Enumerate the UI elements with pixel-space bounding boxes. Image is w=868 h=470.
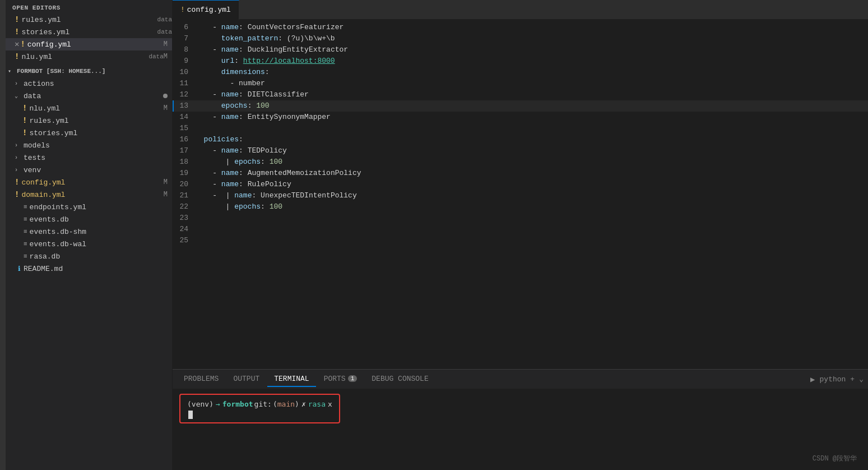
code-line-6: 6 - name: CountVectorsFeaturizer bbox=[173, 22, 868, 33]
close-icon[interactable]: ✕ bbox=[15, 40, 19, 48]
terminal-tab-bar: PROBLEMS OUTPUT TERMINAL PORTS 1 DEBUG C… bbox=[173, 370, 868, 389]
code-line-25: 25 bbox=[173, 235, 868, 246]
terminal-right-controls: ▶ python + ⌄ bbox=[810, 375, 864, 384]
terminal-body[interactable]: (venv) → formbot git: ( main ) ✗ rasa x bbox=[173, 389, 868, 470]
exclamation-icon: ! bbox=[15, 52, 19, 61]
models-folder[interactable]: › models bbox=[6, 139, 172, 151]
exclamation-icon: ! bbox=[22, 104, 27, 113]
readme-md-file[interactable]: ℹ README.md bbox=[6, 262, 172, 275]
exclamation-icon: ! bbox=[15, 178, 19, 187]
code-line-18: 18 | epochs: 100 bbox=[173, 156, 868, 168]
terminal-cursor bbox=[188, 411, 193, 419]
venv-folder[interactable]: › venv bbox=[6, 164, 172, 176]
terminal-highlight-box: (venv) → formbot git: ( main ) ✗ rasa x bbox=[179, 394, 340, 423]
file-dash-icon: ≡ bbox=[24, 241, 27, 247]
expand-arrow-icon: › bbox=[15, 142, 24, 149]
file-dash-icon: ≡ bbox=[24, 228, 27, 235]
code-line-17: 17 - name: TEDPolicy bbox=[173, 145, 868, 156]
nlu-yml-file[interactable]: ! nlu.yml M bbox=[6, 102, 172, 114]
code-line-14: 14 - name: EntitySynonymMapper bbox=[173, 112, 868, 123]
open-editor-rules-yml[interactable]: ! rules.yml data bbox=[6, 13, 172, 26]
main-area: ! config.yml 6 - name: CountVectorsFeatu… bbox=[173, 0, 868, 470]
sidebar: OPEN EDITORS ! rules.yml data ! stories.… bbox=[6, 0, 173, 470]
rules-yml-file[interactable]: ! rules.yml bbox=[6, 114, 172, 127]
terminal-line-cursor bbox=[187, 411, 332, 419]
code-line-8: 8 - name: DucklingEntityExtractor bbox=[173, 44, 868, 56]
ports-badge: 1 bbox=[348, 375, 358, 382]
code-line-7: 7 token_pattern: (?u)\b\w+\b bbox=[173, 33, 868, 44]
root-folder[interactable]: ▾ FORMBOT [SSH: HOMESE...] bbox=[6, 65, 172, 77]
tab-output[interactable]: OUTPUT bbox=[226, 371, 266, 387]
tab-problems[interactable]: PROBLEMS bbox=[177, 371, 225, 387]
code-line-9: 9 url: http://localhost:8000 bbox=[173, 56, 868, 67]
exclamation-icon: ! bbox=[22, 128, 27, 137]
open-editor-config-yml[interactable]: ✕ ! config.yml M bbox=[6, 38, 172, 50]
terminal-line-1: (venv) → formbot git: ( main ) ✗ rasa x bbox=[187, 398, 332, 411]
exclamation-icon: ! bbox=[20, 40, 25, 49]
watermark: CSDN @段智华 bbox=[813, 454, 857, 463]
expand-arrow-icon: › bbox=[15, 81, 24, 87]
open-editor-stories-yml[interactable]: ! stories.yml data bbox=[6, 26, 172, 38]
exclamation-icon: ! bbox=[22, 116, 27, 125]
terminal-right-arrow-icon: ▶ bbox=[810, 375, 815, 384]
editor-tab-bar: ! config.yml bbox=[173, 0, 868, 20]
actions-folder[interactable]: › actions bbox=[6, 77, 172, 90]
modified-dot bbox=[163, 94, 168, 98]
exclamation-icon: ! bbox=[15, 190, 19, 199]
terminal-python-label: python bbox=[820, 375, 846, 384]
info-icon: ℹ bbox=[15, 265, 24, 273]
exclamation-icon: ! bbox=[15, 15, 19, 24]
code-line-21: 21 - | name: UnexpecTEDIntentPolicy bbox=[173, 190, 868, 201]
code-line-22: 22 | epochs: 100 bbox=[173, 201, 868, 213]
exclamation-icon: ! bbox=[15, 27, 19, 36]
config-yml-tab[interactable]: ! config.yml bbox=[173, 0, 239, 20]
file-dash-icon: ≡ bbox=[24, 253, 27, 260]
code-line-16: 16 policies: bbox=[173, 134, 868, 145]
open-editors-section: OPEN EDITORS bbox=[6, 0, 172, 13]
expand-arrow-icon: › bbox=[15, 155, 24, 161]
code-line-15: 15 bbox=[173, 123, 868, 134]
tab-ports[interactable]: PORTS 1 bbox=[317, 371, 364, 387]
expand-arrow-icon: › bbox=[15, 167, 24, 173]
domain-yml-file[interactable]: ! domain.yml M bbox=[6, 188, 172, 201]
open-editor-nlu-yml[interactable]: ! nlu.yml data M bbox=[6, 50, 172, 63]
tab-debug-console[interactable]: DEBUG CONSOLE bbox=[365, 371, 435, 387]
code-line-13: 13 epochs: 100 bbox=[173, 100, 868, 112]
activity-bar bbox=[0, 0, 6, 470]
exclamation-tab-icon: ! bbox=[180, 6, 185, 14]
tab-terminal[interactable]: TERMINAL bbox=[267, 371, 315, 387]
terminal-panel: PROBLEMS OUTPUT TERMINAL PORTS 1 DEBUG C… bbox=[173, 369, 868, 470]
data-folder[interactable]: ⌄ data bbox=[6, 90, 172, 102]
code-line-19: 19 - name: AugmentedMemoizationPolicy bbox=[173, 168, 868, 179]
events-db-wal-file[interactable]: ≡ events.db-wal bbox=[6, 238, 172, 250]
add-terminal-icon[interactable]: + bbox=[850, 375, 855, 384]
collapse-arrow-icon: ⌄ bbox=[15, 93, 24, 99]
code-line-12: 12 - name: DIETClassifier bbox=[173, 89, 868, 100]
config-yml-file[interactable]: ! config.yml M bbox=[6, 176, 172, 188]
events-db-shm-file[interactable]: ≡ events.db-shm bbox=[6, 225, 172, 238]
collapse-arrow-icon: ▾ bbox=[8, 68, 17, 75]
file-dash-icon: ≡ bbox=[24, 204, 27, 210]
endpoints-yml-file[interactable]: ≡ endpoints.yml bbox=[6, 201, 172, 213]
code-line-10: 10 dimensions: bbox=[173, 67, 868, 78]
more-options-icon[interactable]: ⌄ bbox=[859, 375, 864, 384]
code-line-11: 11 - number bbox=[173, 78, 868, 89]
file-dash-icon: ≡ bbox=[24, 216, 27, 223]
code-line-24: 24 bbox=[173, 224, 868, 235]
code-editor[interactable]: 6 - name: CountVectorsFeaturizer 7 token… bbox=[173, 20, 868, 369]
code-line-20: 20 - name: RulePolicy bbox=[173, 179, 868, 190]
stories-yml-file[interactable]: ! stories.yml bbox=[6, 127, 172, 139]
code-line-23: 23 bbox=[173, 213, 868, 224]
rasa-db-file[interactable]: ≡ rasa.db bbox=[6, 250, 172, 262]
tests-folder[interactable]: › tests bbox=[6, 151, 172, 164]
events-db-file[interactable]: ≡ events.db bbox=[6, 213, 172, 225]
